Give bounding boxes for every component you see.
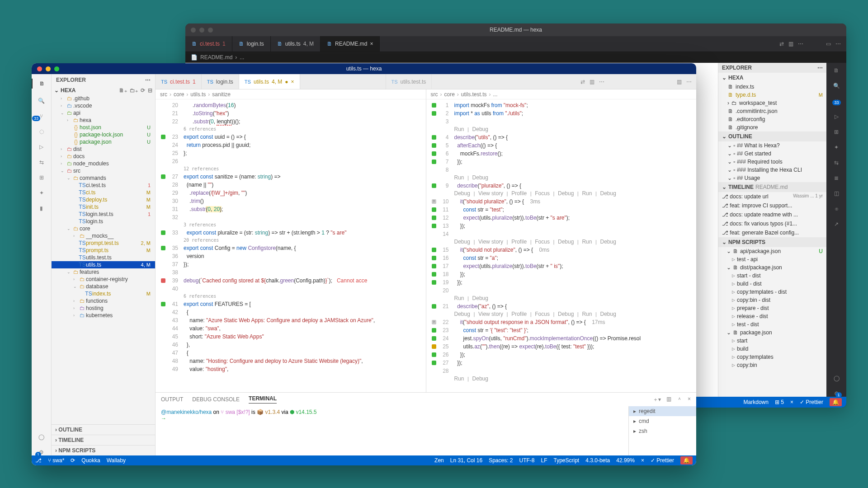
- status-quokka[interactable]: Quokka: [81, 457, 100, 464]
- project-header[interactable]: ⌄HEXA: [718, 73, 826, 83]
- npm-scripts-header[interactable]: ⌄NPM SCRIPTS: [718, 237, 826, 247]
- account-icon[interactable]: ◯: [38, 434, 44, 440]
- editor-tab[interactable]: TSci.test.ts 1: [156, 74, 202, 89]
- new-file-icon[interactable]: 🗎₊: [119, 87, 127, 94]
- code-line[interactable]: 28: [426, 367, 697, 375]
- script-item[interactable]: ▷start: [718, 337, 826, 345]
- outline-header[interactable]: ⌄OUTLINE: [718, 131, 826, 141]
- close-icon[interactable]: ×: [641, 457, 644, 464]
- run-icon[interactable]: ▷: [39, 144, 43, 150]
- code-line[interactable]: 8: [426, 166, 697, 174]
- settings-icon[interactable]: ⚙: [39, 449, 44, 455]
- terminal-output[interactable]: @manekinekko/hexa on ⑂ swa [$x!?] is 📦 v…: [156, 406, 628, 455]
- status-spaces[interactable]: Spaces: 2: [489, 457, 513, 464]
- crumb[interactable]: ...: [493, 91, 498, 98]
- code-line[interactable]: 26 });: [426, 351, 697, 359]
- outline-item[interactable]: ⌄ ▫ ## Usage: [718, 174, 826, 182]
- tree-item[interactable]: 🗎.commitlintrc.json: [718, 107, 826, 115]
- status-lang[interactable]: TypeScript: [554, 457, 580, 464]
- code-line[interactable]: 27 });: [426, 359, 697, 367]
- tree-row[interactable]: ›🗀hosting: [52, 305, 155, 312]
- section-header[interactable]: › NPM SCRIPTS: [52, 445, 155, 455]
- compare-icon[interactable]: ⇄: [580, 79, 585, 85]
- panel-tab-terminal[interactable]: TERMINAL: [249, 395, 277, 404]
- code-line[interactable]: 48 name: "Hosting: Configure and deploy …: [156, 357, 426, 365]
- account-icon[interactable]: ◯: [834, 375, 840, 381]
- codelens-action[interactable]: Debug: [472, 174, 488, 181]
- script-item[interactable]: ▷copy:templates: [718, 353, 826, 361]
- left-breadcrumbs[interactable]: src›core›utils.ts›sanitize: [156, 89, 426, 99]
- tree-row[interactable]: ›🗀.github: [52, 95, 155, 102]
- tree-row[interactable]: ›🗀functions: [52, 297, 155, 305]
- tree-row[interactable]: TSlogin.test.ts1: [52, 211, 155, 218]
- code-line[interactable]: 38: [156, 268, 426, 277]
- code-line[interactable]: 13 });: [426, 222, 697, 230]
- close-icon[interactable]: ×: [790, 399, 793, 405]
- package-item[interactable]: ⌄ 🗎 package.json: [718, 328, 826, 337]
- terminal-shell[interactable]: ▸cmd: [629, 416, 696, 426]
- tree-item[interactable]: › 🗀workspace_test: [718, 99, 826, 107]
- code-line[interactable]: 4describe("utils", () => {: [426, 133, 697, 141]
- tree-row[interactable]: TSutils.ts4, M: [52, 261, 155, 268]
- codelens-action[interactable]: Debug: [472, 295, 488, 301]
- script-item[interactable]: ▷build - dist: [718, 280, 826, 288]
- refresh-icon[interactable]: ⟳: [141, 87, 145, 94]
- status-eol[interactable]: LF: [541, 457, 547, 464]
- sync-icon[interactable]: ⟳: [71, 457, 75, 464]
- code-line[interactable]: 9 describe("pluralize", () => {: [426, 182, 697, 190]
- traffic-lights[interactable]: [191, 28, 213, 33]
- codelens[interactable]: 12 references: [156, 165, 426, 173]
- code-line[interactable]: 24 return process.pid || guuid;: [156, 141, 426, 149]
- test-icon[interactable]: ✦: [834, 144, 839, 150]
- remote-icon[interactable]: ⇆: [834, 160, 839, 166]
- code-line[interactable]: 35export const Config = new Configstore(…: [156, 244, 426, 252]
- code-line[interactable]: 11 const str = "test";: [426, 206, 697, 214]
- left-code[interactable]: 20 .randomBytes(16)21 .toString("hex")22…: [156, 99, 426, 392]
- outline-item[interactable]: ⌄ ▫ ### Required tools: [718, 158, 826, 166]
- more-icon[interactable]: ⋯: [835, 41, 841, 47]
- more-icon[interactable]: ⋯: [817, 65, 823, 71]
- terminal-shell[interactable]: ▸zsh: [629, 426, 696, 436]
- tree-item[interactable]: 🗎.editorconfig: [718, 115, 826, 123]
- timeline-item[interactable]: ⎇ docs: fix various typos (#1...: [718, 219, 826, 228]
- status-prettier[interactable]: ✓ Prettier: [800, 399, 823, 405]
- status-wallaby[interactable]: Wallaby: [107, 457, 126, 464]
- script-item[interactable]: ▷test - api: [718, 255, 826, 263]
- tree-item[interactable]: 🗎index.ts: [718, 83, 826, 91]
- code-line[interactable]: 3: [426, 117, 697, 126]
- code-line[interactable]: 18 });: [426, 270, 697, 278]
- code-line[interactable]: 37});: [156, 260, 426, 268]
- code-line[interactable]: 2import * as utils from "./utils";: [426, 109, 697, 117]
- codelens-action[interactable]: Run: [454, 174, 464, 181]
- tree-row[interactable]: ›🗀__mocks__: [52, 232, 155, 239]
- split-terminal-icon[interactable]: ▥: [666, 396, 671, 404]
- code-line[interactable]: 45 short: "Azure Static Web Apps": [156, 333, 426, 341]
- bookmark-icon[interactable]: ▮: [40, 205, 43, 211]
- section-header[interactable]: › OUTLINE: [52, 424, 155, 435]
- code-line[interactable]: 27export const sanitize = (name: string)…: [156, 173, 426, 181]
- codelens[interactable]: 20 references: [156, 237, 426, 244]
- outline-item[interactable]: ⌄ ▫ ## Get started: [718, 150, 826, 158]
- run-icon[interactable]: ▷: [835, 113, 839, 120]
- status-enc[interactable]: UTF-8: [519, 457, 535, 464]
- split-icon[interactable]: ▥: [788, 41, 793, 47]
- close-icon[interactable]: ×: [291, 79, 294, 85]
- status-tsver[interactable]: 4.3.0-beta: [585, 457, 610, 464]
- settings-icon[interactable]: ⚙: [834, 390, 839, 397]
- timeline-item[interactable]: ⎇ docs: update urlWassim ... 1 yr: [718, 192, 826, 201]
- code-line[interactable]: 24 jest.spyOn(utils, "runCmd").mockImple…: [426, 334, 697, 343]
- code-line[interactable]: 19 });: [426, 278, 697, 286]
- traffic-lights[interactable]: [37, 66, 59, 71]
- status-branch[interactable]: ⑂ swa*: [48, 457, 64, 464]
- new-terminal-icon[interactable]: ＋▾: [653, 396, 661, 404]
- tree-row[interactable]: ⌄🗀api: [52, 109, 155, 117]
- project-header[interactable]: ⌄ HEXA 🗎₊ 🗀₊ ⟳ ⊟: [52, 86, 155, 95]
- tree-row[interactable]: ›🗀container-registry: [52, 276, 155, 283]
- codelens-action[interactable]: Debug: [454, 239, 470, 245]
- code-line[interactable]: 22 .substr(0, lenght))();: [156, 117, 426, 126]
- tree-row[interactable]: TSprompt.test.ts2, M: [52, 239, 155, 247]
- compare-icon[interactable]: ⇄: [779, 41, 784, 47]
- code-line[interactable]: 40: [156, 285, 426, 293]
- code-line[interactable]: 5 afterEach(() => {: [426, 141, 697, 150]
- script-item[interactable]: ▷copy:templates - dist: [718, 288, 826, 296]
